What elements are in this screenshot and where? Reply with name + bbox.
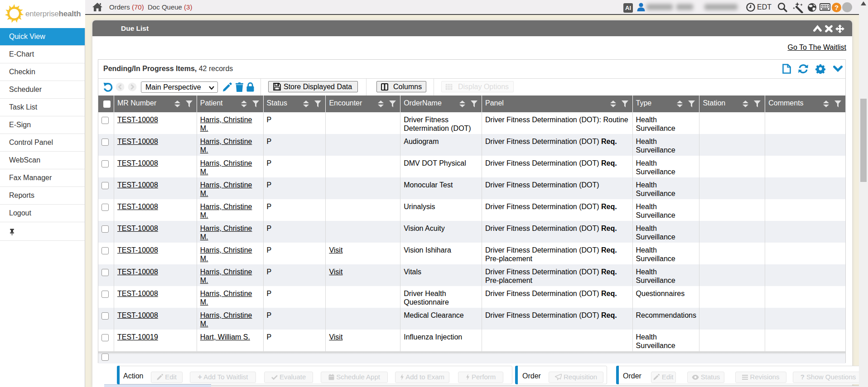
svg-text:enterprisehealth: enterprisehealth [25,10,81,18]
